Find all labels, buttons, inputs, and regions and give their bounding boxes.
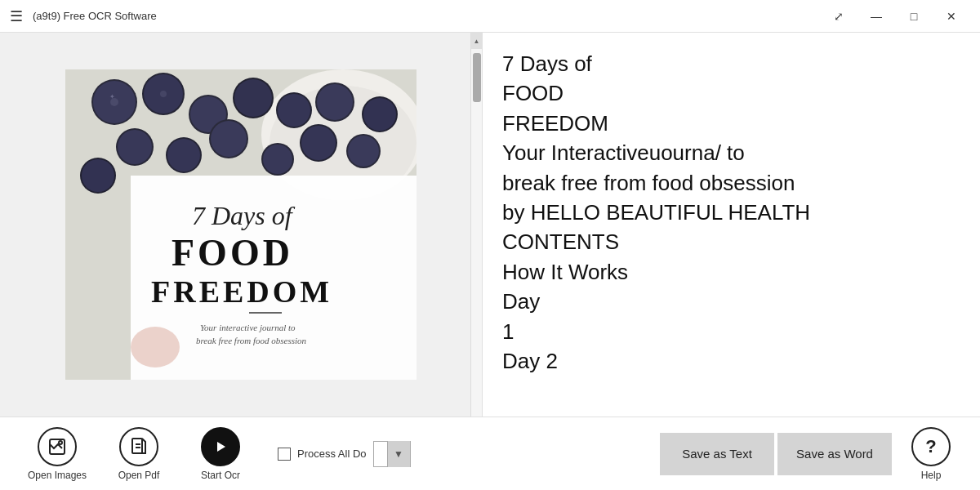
left-panel: ✦ <box>0 33 482 416</box>
ocr-line-4: Your Interactiveuourna/ to <box>502 138 960 167</box>
ocr-line-11: Day 2 <box>502 346 960 376</box>
svg-point-9 <box>160 91 167 97</box>
help-label: Help <box>921 470 942 481</box>
ocr-line-7: CONTENTS <box>502 227 960 256</box>
maximize-button[interactable]: ⤢ <box>820 0 858 33</box>
scrollbar[interactable]: ▲ <box>470 33 482 416</box>
scroll-thumb[interactable] <box>473 53 481 102</box>
right-panel: 7 Days of FOOD FREEDOM Your Interactiveu… <box>482 33 980 416</box>
main-content: ✦ <box>0 33 980 416</box>
help-icon: ? <box>911 427 951 466</box>
open-pdf-button[interactable]: Open Pdf <box>98 421 180 487</box>
svg-text:✦: ✦ <box>109 93 115 100</box>
svg-text:FREEDOM: FREEDOM <box>151 274 332 309</box>
svg-point-25 <box>317 84 353 120</box>
process-row: Process All Do ▼ <box>278 441 660 467</box>
ocr-line-9: Day <box>502 287 960 316</box>
svg-point-17 <box>167 139 200 172</box>
svg-text:break free from food obsession: break free from food obsession <box>196 336 307 345</box>
svg-point-15 <box>118 130 152 164</box>
save-as-text-button[interactable]: Save as Text <box>660 433 774 475</box>
book-cover: ✦ <box>65 69 416 380</box>
close-button[interactable]: ✕ <box>933 0 970 33</box>
berries-bg: ✦ <box>65 69 416 380</box>
ocr-line-8: How It Works <box>502 257 960 287</box>
svg-point-19 <box>211 121 247 157</box>
svg-point-33 <box>263 145 292 174</box>
open-images-button[interactable]: Open Images <box>16 421 98 487</box>
svg-point-41 <box>131 327 180 368</box>
save-as-word-button[interactable]: Save as Word <box>777 433 892 475</box>
app-title: (a9t9) Free OCR Software <box>33 10 820 22</box>
open-pdf-label: Open Pdf <box>118 470 160 481</box>
svg-point-23 <box>278 94 310 127</box>
svg-rect-44 <box>132 439 142 453</box>
open-images-label: Open Images <box>28 470 87 481</box>
ocr-line-3: FREEDOM <box>502 109 960 138</box>
start-ocr-icon <box>201 427 240 466</box>
language-dropdown[interactable]: ▼ <box>373 441 411 467</box>
open-pdf-icon <box>119 427 158 466</box>
title-bar: ☰ (a9t9) Free OCR Software ⤢ — □ ✕ <box>0 0 980 33</box>
svg-point-29 <box>301 126 336 160</box>
process-all-checkbox[interactable] <box>278 448 291 461</box>
start-ocr-button[interactable]: Start Ocr <box>180 421 261 487</box>
scroll-up-arrow[interactable]: ▲ <box>471 33 483 49</box>
ocr-line-10: 1 <box>502 317 960 346</box>
svg-point-13 <box>234 79 272 117</box>
menu-icon[interactable]: ☰ <box>10 7 23 25</box>
ocr-text-content: 7 Days of FOOD FREEDOM Your Interactiveu… <box>502 49 960 376</box>
ocr-line-5: break free from food obsession <box>502 168 960 198</box>
bottom-toolbar: Open Images Open Pdf Start Ocr Process A… <box>0 416 980 490</box>
ocr-line-6: by HELLO BEAUTIFUL HEALTH <box>502 198 960 227</box>
svg-marker-47 <box>217 442 225 452</box>
minimize-button[interactable]: — <box>858 0 895 33</box>
dropdown-arrow-icon[interactable]: ▼ <box>387 441 410 467</box>
svg-point-21 <box>82 159 114 192</box>
ocr-line-2: FOOD <box>502 78 960 108</box>
ocr-line-1: 7 Days of <box>502 49 960 78</box>
svg-text:FOOD: FOOD <box>172 232 293 274</box>
svg-text:Your interactive journal to: Your interactive journal to <box>200 323 296 332</box>
svg-point-31 <box>348 136 379 167</box>
help-button[interactable]: ? Help <box>898 421 964 487</box>
svg-text:7 Days of: 7 Days of <box>192 201 296 230</box>
svg-point-27 <box>363 98 396 131</box>
window-controls: ⤢ — □ ✕ <box>820 0 970 33</box>
restore-button[interactable]: □ <box>895 0 933 33</box>
process-all-label: Process All Do <box>297 448 367 460</box>
open-images-icon <box>38 427 77 466</box>
start-ocr-label: Start Ocr <box>201 470 240 481</box>
svg-point-43 <box>59 441 62 444</box>
